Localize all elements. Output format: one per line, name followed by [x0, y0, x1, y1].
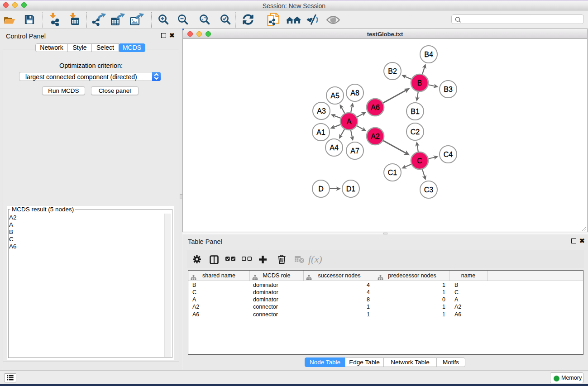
svg-text:C3: C3	[424, 186, 434, 194]
svg-text:A1: A1	[316, 129, 325, 136]
svg-text:A7: A7	[350, 147, 359, 155]
svg-text:B1: B1	[411, 108, 420, 115]
svg-text:B3: B3	[444, 86, 453, 93]
svg-text:A3: A3	[317, 107, 326, 115]
svg-text:C2: C2	[411, 128, 420, 136]
svg-text:B: B	[417, 79, 422, 87]
svg-text:A8: A8	[350, 89, 359, 97]
svg-text:A2: A2	[371, 133, 380, 140]
svg-text:A4: A4	[330, 144, 339, 152]
svg-text:B4: B4	[424, 51, 433, 58]
svg-text:C: C	[417, 157, 422, 165]
svg-text:D1: D1	[346, 185, 356, 193]
svg-text:D: D	[318, 185, 324, 193]
svg-text:C1: C1	[388, 169, 397, 176]
svg-text:B2: B2	[388, 67, 397, 75]
svg-text:A5: A5	[330, 92, 339, 100]
svg-text:C4: C4	[444, 151, 453, 158]
svg-text:A6: A6	[371, 104, 380, 111]
svg-text:A: A	[347, 118, 352, 125]
